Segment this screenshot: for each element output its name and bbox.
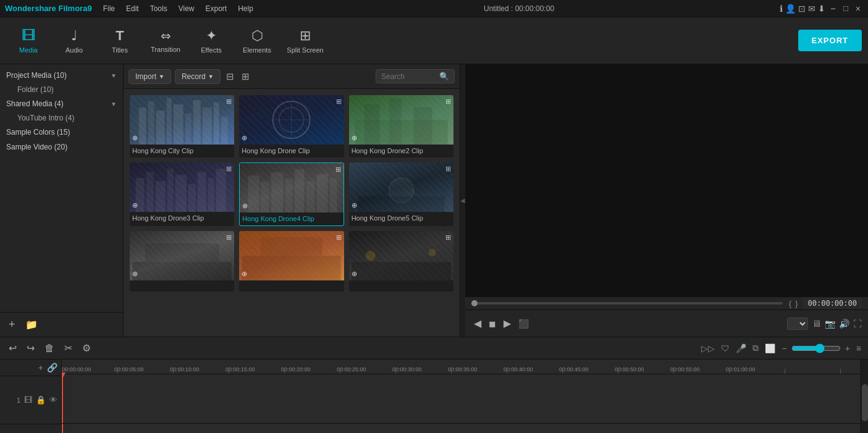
record-button[interactable]: Record ▼ (175, 69, 221, 84)
lock-icon[interactable]: 🔒 (36, 395, 46, 405)
thumb-icon-tl: ⊞ (226, 98, 232, 106)
search-input[interactable] (381, 72, 437, 81)
thumb-hk-drone2: ⊞ ⊕ (349, 95, 453, 145)
search-icon[interactable]: 🔍 (439, 72, 449, 81)
list-item[interactable]: ⊞ ⊕ Hong Kong Drone2 Clip (349, 95, 453, 158)
import-button[interactable]: Import ▼ (129, 69, 171, 84)
timeline-in-icon[interactable]: { (789, 299, 791, 308)
delete-button[interactable]: 🗑 (41, 341, 58, 356)
maximize-button[interactable]: □ (841, 4, 851, 13)
list-item[interactable]: ⊞ ⊕ Hong Kong Drone4 Clip (239, 162, 343, 226)
timeline-out-icon[interactable]: } (795, 299, 798, 308)
list-item[interactable]: ⊞ ⊕ (349, 231, 453, 292)
filter-icon[interactable]: ⊟ (224, 69, 236, 84)
mic-icon[interactable]: 🎤 (734, 342, 748, 355)
toolbar-item-effects[interactable]: ✦ Effects (189, 21, 234, 61)
svg-rect-17 (413, 107, 432, 145)
cut-button[interactable]: ✂ (61, 340, 76, 356)
zoom-slider[interactable] (791, 343, 841, 353)
minus-icon[interactable]: − (780, 342, 788, 355)
toolbar-item-splitscreen[interactable]: ⊞ Split Screen (280, 21, 330, 61)
media-label: Media (19, 46, 38, 54)
thumb-label-active: Hong Kong Drone4 Clip (240, 212, 343, 225)
menu-view[interactable]: View (174, 3, 200, 14)
caption-icon[interactable]: ⬜ (763, 342, 777, 355)
menu-edit[interactable]: Edit (121, 3, 144, 14)
left-panel: Project Media (10) ▼ Folder (10) Shared … (0, 64, 124, 337)
thumb-hk-drone3: ⊞ ⊕ (130, 162, 234, 212)
sidebar-item-sample-colors[interactable]: Sample Colors (15) (0, 125, 123, 140)
playhead-head (62, 372, 65, 379)
eye-icon[interactable]: 👁 (49, 395, 57, 405)
timeline-ruler: 00:00:00:00 00:00:05:00 00:00:10:00 00:0… (62, 359, 861, 374)
play-button[interactable]: ▶ (501, 315, 513, 332)
media-panel: Import ▼ Record ▼ ⊟ ⊞ 🔍 (124, 64, 460, 337)
plus-icon[interactable]: + (843, 342, 852, 355)
thumb-icon-tl-9: ⊞ (445, 233, 451, 242)
add-media-button[interactable]: + (6, 316, 18, 334)
prev-frame-button[interactable]: ◀ (471, 315, 484, 332)
toolbar-item-media[interactable]: 🎞 Media (6, 21, 51, 61)
thumb-label: Hong Kong Drone2 Clip (349, 145, 453, 158)
undo-button[interactable]: ↩ (5, 340, 20, 356)
preview-progress-track[interactable] (471, 302, 783, 305)
media-toolbar: Import ▼ Record ▼ ⊟ ⊞ 🔍 (124, 64, 460, 89)
snapshot-icon[interactable]: 📷 (825, 319, 835, 329)
timeline-toolbar: ↩ ↪ 🗑 ✂ ⚙ ▷▷ 🛡 🎤 ⧉ ⬜ − + ≡ (0, 337, 868, 359)
toolbar-item-transition[interactable]: ⇔ Transition (143, 21, 188, 61)
list-item[interactable]: ⊞ ⊕ Hong Kong Drone5 Clip (349, 162, 453, 226)
timeline-content-area: 00:00:00:00 00:00:05:00 00:00:10:00 00:0… (62, 359, 861, 433)
panel-collapse-handle[interactable]: ◀ (460, 64, 465, 337)
stop-button[interactable]: ◼ (486, 316, 499, 331)
screen-icon[interactable]: 🖥 (812, 318, 821, 329)
sidebar-item-youtube-intro[interactable]: YouTube Intro (4) (0, 111, 123, 125)
menu-export[interactable]: Export (200, 3, 232, 14)
more-icon[interactable]: ≡ (854, 342, 863, 355)
list-item[interactable]: ⊞ ⊕ (239, 231, 343, 292)
tracks-area (62, 374, 861, 433)
list-item[interactable]: ⊞ ⊕ (130, 231, 234, 292)
toolbar-item-elements[interactable]: ⬡ Elements (235, 21, 279, 61)
add-track-icon[interactable]: + (38, 363, 43, 372)
close-button[interactable]: × (853, 4, 863, 14)
transition-label: Transition (151, 46, 180, 53)
toolbar-item-titles[interactable]: T Titles (98, 21, 142, 61)
sidebar-item-folder[interactable]: Folder (10) (0, 83, 123, 96)
compare-icon[interactable]: ⊡ (798, 4, 806, 14)
list-item[interactable]: ⊞ ⊕ Hong Kong Drone Clip (239, 95, 343, 158)
sidebar-item-shared-media[interactable]: Shared Media (4) ▼ (0, 96, 123, 111)
thumb-label (130, 280, 234, 292)
list-item[interactable]: ⊞ ⊕ Hong Kong City Clip (130, 95, 234, 158)
stop-end-button[interactable]: ⬛ (516, 316, 531, 331)
thumb-label (239, 280, 343, 292)
fullscreen-icon[interactable]: ⛶ (853, 319, 862, 329)
export-button[interactable]: EXPORT (798, 30, 862, 51)
thumb-street1: ⊞ ⊕ (130, 231, 234, 280)
grid-view-icon[interactable]: ⊞ (240, 69, 251, 84)
link-icon[interactable]: 🔗 (47, 363, 57, 372)
menu-file[interactable]: File (98, 3, 120, 14)
toolbar-item-audio[interactable]: ♩ Audio (52, 21, 96, 61)
menu-help[interactable]: Help (233, 3, 258, 14)
shield-icon[interactable]: 🛡 (719, 342, 731, 355)
audio-label: Audio (65, 46, 83, 54)
redo-button[interactable]: ↪ (23, 340, 38, 356)
preview-controls: ◀ ◼ ▶ ⬛ 1/2 🖥 📷 🔊 ⛶ (465, 309, 868, 337)
timeline-scrollbar-right[interactable] (861, 359, 868, 433)
volume-icon[interactable]: 🔊 (839, 319, 849, 329)
list-item[interactable]: ⊞ ⊕ Hong Kong Drone3 Clip (130, 162, 234, 226)
info-icon[interactable]: ℹ (780, 4, 783, 14)
message-icon[interactable]: ✉ (808, 4, 815, 14)
download-icon[interactable]: ⬇ (818, 4, 825, 14)
clip-speed-icon[interactable]: ▷▷ (699, 342, 717, 355)
user-icon[interactable]: 👤 (785, 4, 796, 14)
sidebar-item-project-media[interactable]: Project Media (10) ▼ (0, 68, 123, 83)
minimize-button[interactable]: − (828, 3, 838, 14)
adjust-button[interactable]: ⚙ (78, 340, 95, 356)
preview-timecode: 00:00:00:00 (803, 298, 862, 309)
crop-icon[interactable]: ⧉ (751, 341, 761, 355)
add-folder-button[interactable]: 📁 (23, 316, 40, 333)
sidebar-item-sample-video[interactable]: Sample Video (20) (0, 140, 123, 154)
quality-selector[interactable]: 1/2 (787, 317, 808, 330)
menu-tools[interactable]: Tools (145, 3, 172, 14)
